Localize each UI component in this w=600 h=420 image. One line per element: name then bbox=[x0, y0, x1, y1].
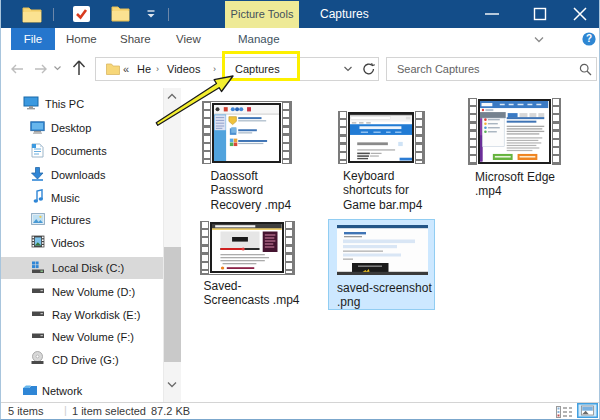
svg-text:?: ? bbox=[586, 33, 592, 44]
